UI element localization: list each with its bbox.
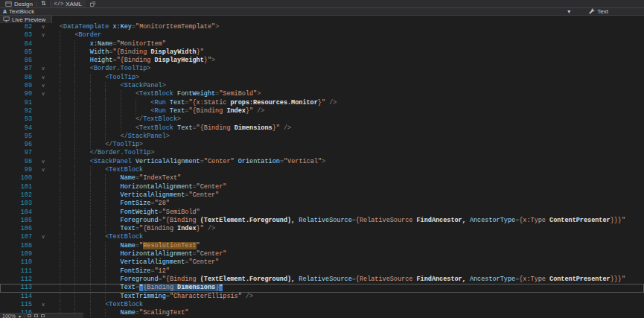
code-line-content: </ToolTip> xyxy=(49,141,644,149)
breadcrumb-element[interactable]: A TextBlock xyxy=(3,8,34,15)
code-line[interactable]: 113Text="{Binding Dimensions}" xyxy=(0,284,644,292)
code-line[interactable]: 116Name="ScalingText" xyxy=(0,309,644,317)
fold-marker[interactable]: ∨ xyxy=(37,74,49,82)
indent-guide xyxy=(60,48,74,57)
code-token: > xyxy=(136,74,139,81)
code-token: "IndexText" xyxy=(139,174,181,182)
code-line[interactable]: 82∨<DataTemplate x:Key="MonitorItemTempl… xyxy=(0,23,644,31)
code-token: {x:Type xyxy=(519,276,549,283)
design-tab[interactable]: Design xyxy=(1,0,36,7)
indent-guide xyxy=(90,309,105,317)
fold-marker[interactable]: ∨ xyxy=(37,65,49,73)
code-line[interactable]: 99∨<TextBlock xyxy=(0,166,644,174)
code-line-content: Text="{Binding Dimensions}" xyxy=(49,284,644,292)
indent-guide xyxy=(74,57,89,65)
code-line[interactable]: 85Width="{Binding DisplayWidth}" xyxy=(0,48,644,57)
code-line[interactable]: 94<TextBlock Text="{Binding Dimensions}"… xyxy=(0,124,644,133)
indent-guide xyxy=(74,149,89,157)
line-number: 110 xyxy=(0,258,37,267)
popout-button[interactable] xyxy=(86,0,100,7)
code-token: > xyxy=(215,23,219,31)
code-token: Border.ToolTip xyxy=(94,65,147,72)
zoom-dropdown-icon[interactable]: ▾ xyxy=(19,314,21,318)
code-token: "12" xyxy=(154,267,169,275)
fold-marker[interactable]: ∨ xyxy=(37,82,49,90)
code-line[interactable]: 83∨<Border xyxy=(0,31,644,39)
indent-guide xyxy=(60,258,74,267)
indent-guide xyxy=(105,250,120,258)
fold-marker[interactable]: ∨ xyxy=(37,233,49,241)
separator xyxy=(24,314,25,318)
code-line[interactable]: 95</StackPanel> xyxy=(0,133,644,141)
statusbar-icon[interactable] xyxy=(34,314,38,317)
code-line[interactable]: 93</TextBlock> xyxy=(0,115,644,124)
fold-gutter xyxy=(37,115,49,124)
code-line[interactable]: 111FontSize="12" xyxy=(0,267,644,276)
code-line[interactable]: 90∨<TextBlock FontWeight="SemiBold"> xyxy=(0,90,644,98)
code-line[interactable]: 100Name="IndexText" xyxy=(0,174,644,182)
zoom-level[interactable]: 100% xyxy=(2,314,16,318)
statusbar-icon[interactable] xyxy=(28,314,31,317)
indent-guide xyxy=(105,183,120,191)
indent-guide xyxy=(105,217,120,225)
code-line[interactable]: 103FontSize="28" xyxy=(0,200,644,208)
code-token: Run xyxy=(154,107,165,115)
code-token: FontWeight xyxy=(173,90,215,98)
code-line[interactable]: 108Name="ResolutionText" xyxy=(0,242,644,250)
chevron-down-icon[interactable]: ▾ xyxy=(567,9,570,15)
fold-marker[interactable]: ∨ xyxy=(37,31,49,39)
code-token: Index xyxy=(226,107,246,115)
code-line[interactable]: 102VerticalAlignment="Center" xyxy=(0,191,644,200)
code-line[interactable]: 104FontWeight="SemiBold" xyxy=(0,209,644,217)
code-line[interactable]: 105Foreground="{Binding (TextElement.For… xyxy=(0,217,644,225)
breadcrumb-property-label: Text xyxy=(597,8,608,15)
code-line[interactable]: 107∨<TextBlock xyxy=(0,233,644,241)
indent-guide xyxy=(74,183,89,191)
code-line[interactable]: 91<Run Text="{x:Static props:Resources.M… xyxy=(0,99,644,107)
code-token: "{Binding xyxy=(162,217,200,224)
fold-gutter xyxy=(37,191,49,200)
xaml-markup-icon: </> xyxy=(54,1,64,7)
code-line[interactable]: 88∨<ToolTip> xyxy=(0,74,644,82)
breadcrumb-right: ▾ Text xyxy=(567,8,608,15)
code-line[interactable]: 84x:Name="MonitorItem" xyxy=(0,40,644,48)
fold-marker[interactable]: ∨ xyxy=(37,301,49,309)
code-line[interactable]: 115∨<TextBlock xyxy=(0,301,644,309)
fold-marker[interactable]: ∨ xyxy=(37,158,49,166)
code-line[interactable]: 106Text="{Binding Index}" /> xyxy=(0,225,644,233)
indent-guide xyxy=(60,158,74,166)
code-token: </ xyxy=(105,141,112,148)
code-line[interactable]: 87∨<Border.ToolTip> xyxy=(0,65,644,73)
code-token: ResolutionText xyxy=(143,242,196,249)
code-token: ToolTip xyxy=(112,141,139,148)
fold-marker[interactable]: ∨ xyxy=(37,23,49,31)
code-line[interactable]: 89∨<StackPanel> xyxy=(0,82,644,90)
indent-guide xyxy=(74,65,89,73)
code-token: DisplayHeight xyxy=(155,57,204,64)
code-line[interactable]: 109HorizontalAlignment="Center" xyxy=(0,250,644,258)
textblock-element-icon: A xyxy=(3,9,7,14)
code-line[interactable]: 97</Border.ToolTip> xyxy=(0,149,644,157)
code-line[interactable]: 98∨<StackPanel VerticalAlignment="Center… xyxy=(0,158,644,166)
code-area[interactable]: 82∨<DataTemplate x:Key="MonitorItemTempl… xyxy=(0,23,644,317)
fold-marker[interactable]: ∨ xyxy=(37,166,49,174)
statusbar-icon[interactable] xyxy=(41,314,45,317)
live-preview-button[interactable]: Live Preview xyxy=(0,16,52,23)
line-number: 99 xyxy=(0,166,37,174)
code-line-content: Foreground="{Binding (TextElement.Foregr… xyxy=(49,276,644,284)
indent-guide xyxy=(60,166,74,174)
indent-guide xyxy=(90,276,105,284)
code-line[interactable]: 96</ToolTip> xyxy=(0,141,644,149)
code-line[interactable]: 110VerticalAlignment="Center" xyxy=(0,258,644,267)
code-line[interactable]: 112Foreground="{Binding (TextElement.For… xyxy=(0,276,644,284)
code-line[interactable]: 114TextTrimming="CharacterEllipsis" /> xyxy=(0,293,644,301)
swap-panes-button[interactable]: ⇅ xyxy=(37,0,50,7)
code-line[interactable]: 92<Run Text="{Binding Index}" /> xyxy=(0,107,644,115)
breadcrumb-property[interactable]: Text xyxy=(588,8,608,15)
code-editor[interactable]: 82∨<DataTemplate x:Key="MonitorItemTempl… xyxy=(0,23,644,318)
fold-gutter xyxy=(37,133,49,141)
code-line[interactable]: 86Height="{Binding DisplayHeight}"> xyxy=(0,57,644,65)
fold-marker[interactable]: ∨ xyxy=(37,90,49,98)
code-line[interactable]: 101HorizontalAlignment="Center" xyxy=(0,183,644,191)
xaml-tab[interactable]: </> XAML xyxy=(51,0,86,7)
